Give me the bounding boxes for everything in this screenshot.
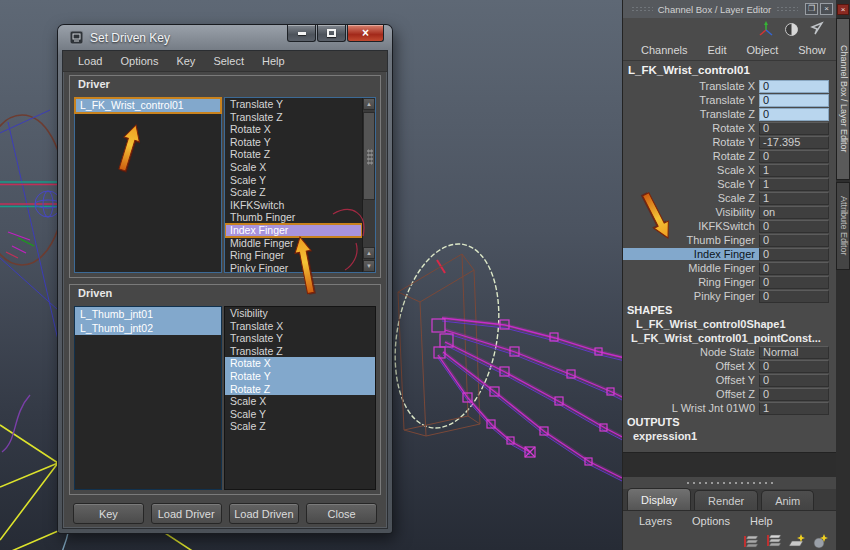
- driven-attr-item[interactable]: Visibility: [225, 307, 375, 320]
- menu-layer-options[interactable]: Options: [682, 513, 740, 529]
- channel-value-field[interactable]: 0: [759, 220, 829, 233]
- tab-render[interactable]: Render: [694, 490, 758, 510]
- load-driven-button[interactable]: Load Driven: [229, 503, 300, 524]
- menu-key[interactable]: Key: [167, 53, 204, 69]
- menu-layers[interactable]: Layers: [629, 513, 682, 529]
- channel-value-field[interactable]: 1: [759, 178, 829, 191]
- menu-channels[interactable]: Channels: [631, 42, 697, 58]
- driven-object-item[interactable]: L_Thumb_jnt01: [75, 307, 221, 321]
- driver-object-list[interactable]: L_FK_Wrist_control01: [74, 97, 222, 273]
- close-button[interactable]: ×: [347, 25, 384, 42]
- driver-attr-item[interactable]: Scale Y: [225, 174, 362, 187]
- channel-value-field[interactable]: -17.395: [759, 136, 829, 149]
- move-layer-up-icon[interactable]: [742, 533, 760, 549]
- speed-slow-icon[interactable]: [784, 22, 799, 37]
- scroll-up-button-2[interactable]: ▲: [363, 247, 375, 259]
- manipulator-icon[interactable]: [758, 21, 775, 38]
- driver-attr-item[interactable]: Rotate Y: [225, 136, 362, 149]
- output-node[interactable]: expression1: [623, 429, 837, 443]
- channel-value-field[interactable]: 0: [759, 290, 829, 303]
- driven-object-item[interactable]: L_Thumb_jnt02: [75, 321, 221, 335]
- close-panel-icon[interactable]: ×: [820, 3, 833, 15]
- move-layer-down-icon[interactable]: [765, 533, 783, 549]
- scroll-down-button[interactable]: ▼: [363, 260, 375, 272]
- driver-attr-item[interactable]: Ring Finger: [225, 249, 362, 262]
- driver-object-item[interactable]: L_FK_Wrist_control01: [75, 98, 221, 113]
- menu-select[interactable]: Select: [204, 53, 253, 69]
- channel-value-field[interactable]: 1: [759, 164, 829, 177]
- close-dialog-button[interactable]: Close: [306, 503, 377, 524]
- shape-node[interactable]: L_FK_Wrist_control0Shape1: [623, 317, 837, 331]
- channel-value-field[interactable]: 1: [759, 192, 829, 205]
- channel-value-field[interactable]: 0: [759, 108, 829, 121]
- channel-value-field[interactable]: 0: [759, 248, 829, 261]
- menu-help[interactable]: Help: [253, 53, 294, 69]
- strip-close-icon[interactable]: ×: [837, 4, 849, 15]
- float-panel-icon[interactable]: ❐: [805, 3, 818, 15]
- channel-value-field[interactable]: 0: [759, 80, 829, 93]
- driver-attr-item[interactable]: Scale Z: [225, 186, 362, 199]
- driven-attr-item[interactable]: Translate Y: [225, 332, 375, 345]
- driver-attr-item[interactable]: Translate Z: [225, 111, 362, 124]
- load-driver-button[interactable]: Load Driver: [151, 503, 222, 524]
- key-button[interactable]: Key: [73, 503, 144, 524]
- driver-attr-item-selected[interactable]: Index Finger: [225, 224, 362, 237]
- dialog-titlebar[interactable]: Set Driven Key ×: [62, 25, 388, 50]
- driven-attr-item[interactable]: Scale Y: [225, 408, 375, 421]
- driven-attr-item-selected[interactable]: Rotate Z: [225, 383, 375, 396]
- driven-object-list[interactable]: L_Thumb_jnt01 L_Thumb_jnt02: [74, 306, 222, 490]
- minimize-button[interactable]: [287, 25, 316, 42]
- driver-attr-item[interactable]: Translate Y: [225, 98, 362, 111]
- driver-attr-item[interactable]: Thumb Finger: [225, 211, 362, 224]
- tab-display[interactable]: Display: [627, 488, 691, 510]
- channel-value-field[interactable]: Normal: [759, 346, 829, 359]
- scrollbar-thumb[interactable]: [363, 112, 375, 200]
- side-tab-channel-box[interactable]: Channel Box / Layer Editor: [836, 18, 850, 180]
- menu-show[interactable]: Show: [788, 42, 836, 58]
- tab-anim[interactable]: Anim: [761, 490, 814, 510]
- menu-load[interactable]: Load: [69, 53, 111, 69]
- channel-value-field[interactable]: 0: [759, 234, 829, 247]
- channel-value-field[interactable]: 0: [759, 360, 829, 373]
- driver-attr-item[interactable]: Rotate Z: [225, 148, 362, 161]
- driven-attr-item[interactable]: Scale Z: [225, 420, 375, 433]
- driven-attr-item[interactable]: Translate X: [225, 320, 375, 333]
- object-name[interactable]: L_FK_Wrist_control01: [623, 61, 837, 79]
- hand-skeleton-rig[interactable]: [432, 318, 628, 481]
- channel-value-field[interactable]: 0: [759, 276, 829, 289]
- driver-attr-item[interactable]: Rotate X: [225, 123, 362, 136]
- panel-titlebar[interactable]: Channel Box / Layer Editor ❐ ×: [623, 0, 836, 18]
- new-layer-from-selected-icon[interactable]: [811, 533, 829, 549]
- channel-value-field[interactable]: 0: [759, 388, 829, 401]
- new-empty-layer-icon[interactable]: [788, 533, 806, 549]
- menu-object[interactable]: Object: [736, 42, 788, 58]
- driven-attr-item[interactable]: Translate Z: [225, 345, 375, 358]
- drag-grip[interactable]: [631, 6, 653, 12]
- maximize-button[interactable]: [317, 25, 346, 42]
- driven-attribute-list[interactable]: Visibility Translate X Translate Y Trans…: [224, 306, 376, 490]
- menu-edit[interactable]: Edit: [697, 42, 736, 58]
- channel-value-field[interactable]: 0: [759, 122, 829, 135]
- shape-node[interactable]: L_FK_Wrist_control01_pointConst...: [623, 331, 837, 345]
- driven-attr-item-selected[interactable]: Rotate Y: [225, 370, 375, 383]
- driven-attr-item[interactable]: Scale X: [225, 395, 375, 408]
- channel-value-field[interactable]: 0: [759, 150, 829, 163]
- channel-value-field[interactable]: 0: [759, 374, 829, 387]
- driver-attr-item[interactable]: IKFKSwitch: [225, 199, 362, 212]
- scroll-up-button[interactable]: ▲: [363, 98, 375, 110]
- channel-value-field[interactable]: on: [759, 206, 829, 219]
- drag-grip[interactable]: [776, 6, 798, 12]
- wrist-control-curve[interactable]: [382, 236, 513, 437]
- channel-value-field[interactable]: 0: [759, 94, 829, 107]
- channel-value-field[interactable]: 1: [759, 402, 829, 415]
- scrollbar[interactable]: ▲ ▲ ▼: [362, 98, 375, 272]
- menu-options[interactable]: Options: [111, 53, 167, 69]
- menu-layer-help[interactable]: Help: [740, 513, 783, 529]
- side-tab-attribute-editor[interactable]: Attribute Editor: [836, 182, 850, 270]
- driver-attr-item[interactable]: Middle Finger: [225, 237, 362, 250]
- driver-attr-item[interactable]: Scale X: [225, 161, 362, 174]
- select-arrow-icon[interactable]: [808, 21, 824, 37]
- channel-value-field[interactable]: 0: [759, 262, 829, 275]
- driver-attribute-list[interactable]: Translate Y Translate Z Rotate X Rotate …: [224, 97, 376, 273]
- driver-attr-item[interactable]: Pinky Finger: [225, 262, 362, 272]
